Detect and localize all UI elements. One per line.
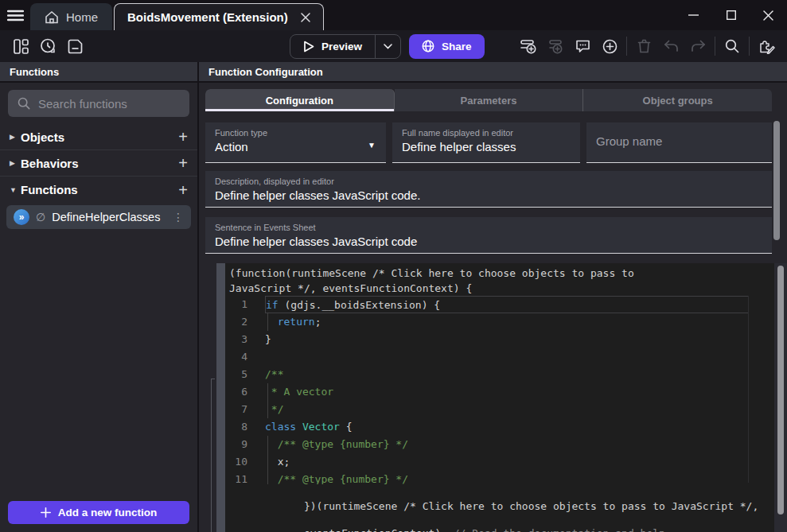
sentence-field[interactable]: Sentence in Events Sheet Define helper c… [205,217,772,254]
dropdown-caret-icon: ▼ [368,141,376,150]
code-line[interactable]: 7 */ [225,401,774,418]
add-event-button[interactable] [517,35,540,57]
line-number: 2 [225,313,265,331]
tree-label-behaviors: Behaviors [21,157,178,170]
home-icon [45,10,59,24]
code-line[interactable]: 2 return; [225,313,774,331]
full-name-label: Full name displayed in editor [392,122,580,138]
tab-home[interactable]: Home [30,3,112,30]
tree-label-objects: Objects [21,130,178,144]
line-number: 4 [225,348,265,366]
close-window-button[interactable] [750,0,787,30]
sidebar-item-functions[interactable]: ▼ Functions + [0,177,197,203]
add-comment-button[interactable] [571,35,594,57]
layout-panels-button[interactable] [10,35,32,57]
tab-object-groups-label: Object groups [643,95,713,107]
minimize-button[interactable] [675,0,712,30]
function-type-select[interactable]: Function type Action ▼ [205,122,386,163]
form-scrollbar[interactable] [773,121,780,240]
line-number: 6 [225,383,265,401]
sidebar-item-behaviors[interactable]: ▶ Behaviors + [0,150,197,177]
code-line-content: } [265,331,774,348]
function-item-definehelperclasses[interactable]: » ∅ DefineHelperClasses ⋮ [6,205,191,229]
hamburger-icon [7,10,24,21]
function-type-value: Action [205,138,386,159]
main-area: Functions Search functions ▶ Objects + ▶… [0,62,787,532]
maximize-button[interactable] [712,0,750,30]
search-events-button[interactable] [721,35,743,57]
add-anything-button[interactable] [598,35,621,57]
app-window: Home BoidsMovement (Extension) [0,0,787,532]
code-line[interactable]: 10 x; [225,453,774,471]
group-name-field[interactable]: Group name [586,122,772,163]
code-line-content [265,348,774,366]
undo-button[interactable] [660,35,682,57]
add-subevent-button[interactable] [544,35,567,57]
add-circle-icon [602,39,618,54]
chevron-right-icon: ▶ [10,159,21,167]
kebab-menu-icon[interactable]: ⋮ [173,211,184,223]
undo-icon [664,40,679,52]
add-object-button[interactable]: + [178,129,188,145]
events-scroll-track [774,263,787,532]
chevron-right-icon: ▶ [10,133,21,141]
globe-icon [422,40,434,52]
history-button[interactable] [37,35,59,57]
sidebar-item-objects[interactable]: ▶ Objects + [0,124,197,150]
sidebar-header: Functions [0,62,197,83]
add-event-icon [520,39,537,54]
code-header[interactable]: (function(runtimeScene /* Click here to … [225,263,774,296]
tab-home-label: Home [66,10,98,24]
redo-button[interactable] [687,35,709,57]
save-button[interactable] [64,35,86,57]
preview-button[interactable]: Preview [290,35,375,58]
add-new-function-button[interactable]: Add a new function [8,501,189,524]
toolbar: Preview Share [0,30,787,62]
tab-parameters[interactable]: Parameters [395,89,584,111]
share-button[interactable]: Share [409,34,485,59]
documentation-link[interactable]: Read the documentation and help [472,527,665,532]
javascript-code-event: (function(runtimeScene /* Click here to … [199,263,787,532]
edit-extension-button[interactable] [755,35,777,57]
preview-options-button[interactable] [375,35,400,58]
code-editor[interactable]: (function(runtimeScene /* Click here to … [225,263,774,532]
description-field[interactable]: Description, displayed in editor Define … [205,171,772,208]
events-scrollbar[interactable] [777,266,784,515]
search-icon [725,39,739,53]
configuration-form: Function type Action ▼ Full name display… [199,111,787,263]
add-new-function-label: Add a new function [58,507,158,518]
event-drag-handle[interactable] [216,263,225,532]
line-number: 8 [225,418,265,436]
add-subevent-icon [547,39,564,54]
code-line[interactable]: 9 /** @type {number} */ [225,436,774,453]
function-configuration-panel: Function Configuration Configuration Par… [199,62,787,532]
tab-extension[interactable]: BoidsMovement (Extension) [114,3,324,30]
delete-button[interactable] [633,35,655,57]
tree-label-functions: Functions [21,183,178,196]
code-footer: })(runtimeScene /* Click here to choose … [225,484,774,532]
configuration-tabs: Configuration Parameters Object groups [205,89,772,111]
preview-label: Preview [321,41,362,52]
search-functions-input[interactable]: Search functions [8,90,189,117]
code-line[interactable]: 1if (gdjs.__boidsExtension) { [225,296,774,313]
full-name-field[interactable]: Full name displayed in editor Define hel… [392,122,580,163]
tab-configuration[interactable]: Configuration [205,89,395,111]
form-row-1: Function type Action ▼ Full name display… [205,122,772,163]
functions-sidebar: Functions Search functions ▶ Objects + ▶… [0,62,199,532]
tab-object-groups[interactable]: Object groups [583,89,772,111]
code-line[interactable]: 3} [225,331,774,348]
close-tab-icon[interactable] [301,13,310,22]
code-line[interactable]: 5/** [225,366,774,383]
code-footer-comment: // [454,527,472,532]
code-line-content: /** @type {number} */ [265,436,774,453]
code-line[interactable]: 6 * A vector [225,383,774,401]
code-line[interactable]: 4 [225,348,774,366]
chevron-down-icon [384,44,392,49]
layout-icon [14,39,29,54]
code-footer-line1: })(runtimeScene /* Click here to choose … [304,500,758,512]
code-line[interactable]: 8class Vector { [225,418,774,436]
add-function-plus-button[interactable]: + [178,182,188,198]
sidebar-spacer [0,231,197,493]
main-menu-button[interactable] [0,0,30,30]
add-behavior-button[interactable]: + [178,155,188,171]
